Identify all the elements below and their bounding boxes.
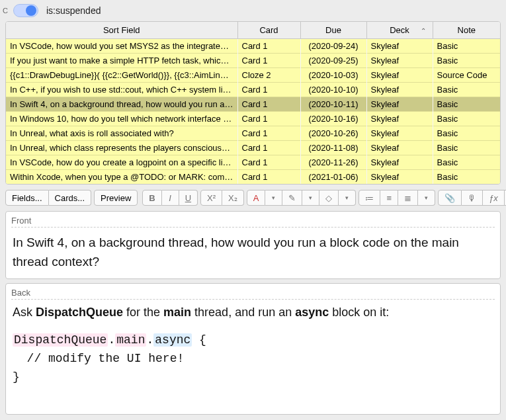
fields-button[interactable]: Fields... [5, 190, 49, 206]
cell-sort-field: In Swift 4, on a background thread, how … [6, 97, 237, 112]
cell-deck: Skyleaf [366, 112, 433, 126]
back-code-block: DispatchQueue.main.async { // modify the… [13, 331, 493, 387]
cell-sort-field: In C++, if you wish to use std::cout, wh… [6, 83, 237, 97]
cell-sort-field: In VSCode, how would you set MSYS2 as th… [6, 39, 237, 54]
cell-card: Card 1 [237, 39, 300, 54]
cell-card: Cloze 2 [237, 68, 300, 83]
subscript-button[interactable]: X₂ [222, 190, 244, 206]
cell-sort-field: In Windows 10, how do you tell which net… [6, 112, 237, 126]
table-row[interactable]: In Windows 10, how do you tell which net… [6, 112, 500, 126]
table-row[interactable]: In Unreal, what axis is roll associated … [6, 126, 500, 141]
bold-button[interactable]: B [142, 190, 161, 206]
cell-due: (2020-11-26) [300, 155, 366, 170]
table-row[interactable]: In Swift 4, on a background thread, how … [6, 97, 500, 112]
cell-note: Source Code [433, 68, 500, 83]
cell-due: (2020-09-25) [300, 54, 366, 68]
cell-deck: Skyleaf [366, 170, 433, 185]
preview-button[interactable]: Preview [94, 190, 138, 206]
cell-due: (2020-09-24) [300, 39, 366, 54]
cell-sort-field: In Unreal, which class represents the pl… [6, 141, 237, 155]
cell-sort-field: In VSCode, how do you create a logpoint … [6, 155, 237, 170]
cell-card: Card 1 [237, 112, 300, 126]
numbered-list-button[interactable]: ≡ [380, 190, 398, 206]
cell-note: Basic [433, 97, 500, 112]
table-row[interactable]: In Unreal, which class represents the pl… [6, 141, 500, 155]
cell-deck: Skyleaf [366, 155, 433, 170]
col-sort-field[interactable]: Sort Field [6, 22, 237, 39]
cell-note: Basic [433, 126, 500, 141]
cell-card: Card 1 [237, 54, 300, 68]
front-label: Front [11, 216, 495, 228]
search-input[interactable] [44, 4, 499, 17]
table-row[interactable]: {{c1::DrawDebugLine}}( {{c2::GetWorld()}… [6, 68, 500, 83]
cell-note: Basic [433, 170, 500, 185]
col-note[interactable]: Note [433, 22, 500, 39]
cell-note: Basic [433, 39, 500, 54]
cell-deck: Skyleaf [366, 83, 433, 97]
cell-sort-field: In Unreal, what axis is roll associated … [6, 126, 237, 141]
cell-due: (2020-10-10) [300, 83, 366, 97]
cards-table: Sort Field Card Due Deck⌃ Note In VSCode… [5, 21, 501, 185]
search-toggle[interactable] [13, 4, 38, 17]
cell-deck: Skyleaf [366, 126, 433, 141]
cell-card: Card 1 [237, 155, 300, 170]
cell-card: Card 1 [237, 141, 300, 155]
front-content[interactable]: In Swift 4, on a background thread, how … [11, 230, 495, 274]
cell-due: (2020-10-03) [300, 68, 366, 83]
cell-card: Card 1 [237, 126, 300, 141]
table-row[interactable]: Within Xcode, when you type a @TODO: or … [6, 170, 500, 185]
editor-toolbar: Fields... Cards... Preview B I U X² X₂ A… [5, 190, 501, 206]
cell-note: Basic [433, 155, 500, 170]
back-pane: Back Ask DispatchQueue for the main thre… [5, 283, 501, 415]
table-header-row: Sort Field Card Due Deck⌃ Note [6, 22, 500, 39]
clear-format-button[interactable]: ◇ [319, 190, 339, 206]
bullet-list-button[interactable]: ≔ [358, 190, 380, 206]
cell-note: Basic [433, 83, 500, 97]
highlight-button[interactable]: ✎ [282, 190, 302, 206]
record-button[interactable]: 🎙 [462, 190, 483, 206]
cell-sort-field: If you just want to make a simple HTTP f… [6, 54, 237, 68]
table-row[interactable]: In VSCode, how do you create a logpoint … [6, 155, 500, 170]
fx-button[interactable]: ƒx [483, 190, 505, 206]
superscript-button[interactable]: X² [200, 190, 222, 206]
table-row[interactable]: If you just want to make a simple HTTP f… [6, 54, 500, 68]
cell-card: Card 1 [237, 97, 300, 112]
cell-deck: Skyleaf [366, 68, 433, 83]
chevron-up-icon: ⌃ [421, 26, 426, 34]
cell-deck: Skyleaf [366, 39, 433, 54]
back-content[interactable]: Ask DispatchQueue for the main thread, a… [11, 302, 495, 388]
cell-sort-field: {{c1::DrawDebugLine}}( {{c2::GetWorld()}… [6, 68, 237, 83]
cell-note: Basic [433, 141, 500, 155]
toggle-letter: C [3, 7, 8, 15]
cell-card: Card 1 [237, 170, 300, 185]
cell-sort-field: Within Xcode, when you type a @TODO: or … [6, 170, 237, 185]
table-row[interactable]: In C++, if you wish to use std::cout, wh… [6, 83, 500, 97]
cards-button[interactable]: Cards... [49, 190, 92, 206]
cell-due: (2021-01-06) [300, 170, 366, 185]
cell-due: (2020-11-08) [300, 141, 366, 155]
table-row[interactable]: In VSCode, how would you set MSYS2 as th… [6, 39, 500, 54]
underline-button[interactable]: U [179, 190, 198, 206]
editor-panes: Front In Swift 4, on a background thread… [5, 211, 501, 415]
cell-deck: Skyleaf [366, 97, 433, 112]
text-color-button[interactable]: A [247, 190, 266, 206]
cell-note: Basic [433, 54, 500, 68]
front-pane: Front In Swift 4, on a background thread… [5, 211, 501, 279]
cell-note: Basic [433, 112, 500, 126]
back-label: Back [11, 288, 495, 300]
col-card[interactable]: Card [237, 22, 300, 39]
align-button[interactable]: ≣ [398, 190, 418, 206]
cell-deck: Skyleaf [366, 141, 433, 155]
attach-button[interactable]: 📎 [438, 190, 462, 206]
cell-due: (2020-10-16) [300, 112, 366, 126]
search-bar: C [0, 0, 506, 21]
col-due[interactable]: Due [300, 22, 366, 39]
cell-due: (2020-10-11) [300, 97, 366, 112]
cell-due: (2020-10-26) [300, 126, 366, 141]
cell-deck: Skyleaf [366, 54, 433, 68]
col-deck[interactable]: Deck⌃ [366, 22, 433, 39]
cell-card: Card 1 [237, 83, 300, 97]
italic-button[interactable]: I [162, 190, 179, 206]
